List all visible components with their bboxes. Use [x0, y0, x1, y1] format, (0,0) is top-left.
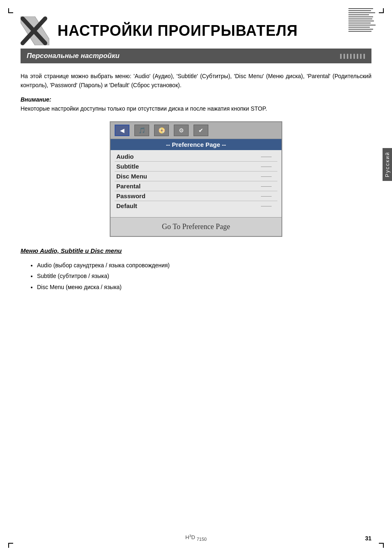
body-paragraph: На этой странице можно выбрать меню: 'Au…: [21, 72, 371, 90]
right-decoration: [348, 8, 376, 32]
menu-items: Audio —— Subtitle —— Disc Menu —— Parent…: [111, 150, 281, 217]
side-tab-russian: Русский: [383, 148, 392, 181]
subsection-title: Меню Audio, Subtitle и Disc menu: [21, 247, 371, 254]
page-header: НАСТРОЙКИ ПРОИГРЫВАТЕЛЯ: [21, 16, 371, 45]
menu-item-subtitle: Subtitle ——: [111, 162, 281, 171]
menu-screenshot: ◀ 🎵 📀 ⚙ ✔ -- Preference Page -- Audio ——…: [21, 121, 371, 237]
section-bar-dots: ▐▐▐▐▐▐▐▐: [339, 54, 365, 58]
section-bar: Персональные настройки ▐▐▐▐▐▐▐▐: [21, 49, 371, 63]
menu-icon-disc: 📀: [154, 125, 169, 136]
menu-item-default: Default ——: [111, 201, 281, 211]
corner-mark-tr: [379, 8, 384, 13]
menu-icon-settings: ⚙: [174, 125, 189, 136]
go-to-preference-button[interactable]: Go To Preference Page: [111, 217, 281, 236]
corner-mark-bl: [8, 543, 13, 548]
menu-item-parental: Parental ——: [111, 181, 281, 191]
note-label: Внимание:: [21, 96, 371, 103]
note-text: Некоторые настройки доступны только при …: [21, 104, 371, 113]
corner-mark-br: [379, 543, 384, 548]
menu-title-row: -- Preference Page --: [111, 139, 281, 150]
x-icon: [21, 16, 49, 45]
list-item: Disc Menu (меню диска / языка): [37, 282, 371, 293]
footer: H3D 7150: [0, 534, 392, 542]
menu-icon-back: ◀: [115, 125, 129, 136]
list-item: Subtitle (субтитров / языка): [37, 271, 371, 282]
footer-brand: H3D 7150: [185, 534, 207, 542]
corner-mark-tl: [8, 8, 13, 13]
menu-icons-row: ◀ 🎵 📀 ⚙ ✔: [111, 122, 281, 139]
page-title: НАСТРОЙКИ ПРОИГРЫВАТЕЛЯ: [58, 22, 298, 39]
menu-item-audio: Audio ——: [111, 152, 281, 161]
page-number: 31: [365, 535, 371, 542]
list-item: Audio (выбор саундтрека / языка сопровож…: [37, 260, 371, 271]
section-bar-title: Персональные настройки: [27, 52, 120, 60]
menu-box: ◀ 🎵 📀 ⚙ ✔ -- Preference Page -- Audio ——…: [110, 121, 282, 237]
menu-item-password: Password ——: [111, 191, 281, 201]
menu-icon-check: ✔: [194, 125, 208, 136]
menu-item-disc-menu: Disc Menu ——: [111, 171, 281, 181]
menu-icon-audio: 🎵: [134, 125, 149, 136]
bullet-list: Audio (выбор саундтрека / языка сопровож…: [21, 260, 371, 293]
